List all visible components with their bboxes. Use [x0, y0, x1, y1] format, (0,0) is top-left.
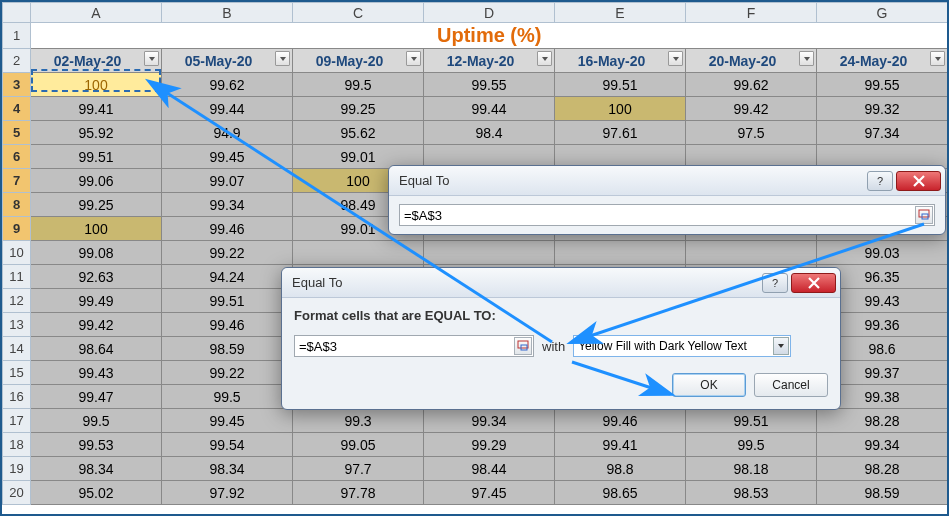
data-cell[interactable]: 99.51 — [31, 145, 162, 169]
date-header-cell[interactable]: 05-May-20 — [162, 49, 293, 73]
row-header[interactable]: 6 — [3, 145, 31, 169]
row-header[interactable]: 10 — [3, 241, 31, 265]
filter-dropdown-icon[interactable] — [275, 51, 290, 66]
row-header[interactable]: 12 — [3, 289, 31, 313]
row-header[interactable]: 17 — [3, 409, 31, 433]
data-cell[interactable]: 99.32 — [817, 97, 948, 121]
close-button[interactable] — [791, 273, 836, 293]
date-header-cell[interactable]: 02-May-20 — [31, 49, 162, 73]
col-header[interactable]: A — [31, 3, 162, 23]
data-cell[interactable]: 99.53 — [31, 433, 162, 457]
row-header[interactable]: 11 — [3, 265, 31, 289]
row-header[interactable]: 20 — [3, 481, 31, 505]
data-cell[interactable]: 99.5 — [31, 409, 162, 433]
col-header[interactable]: E — [555, 3, 686, 23]
data-cell[interactable]: 99.46 — [162, 217, 293, 241]
data-cell[interactable]: 98.53 — [686, 481, 817, 505]
data-cell[interactable]: 97.61 — [555, 121, 686, 145]
data-cell[interactable]: 98.65 — [555, 481, 686, 505]
data-cell[interactable]: 99.25 — [31, 193, 162, 217]
row-header[interactable]: 16 — [3, 385, 31, 409]
data-cell[interactable]: 99.44 — [162, 97, 293, 121]
data-cell[interactable]: 99.34 — [162, 193, 293, 217]
data-cell[interactable]: 95.02 — [31, 481, 162, 505]
data-cell[interactable]: 99.62 — [686, 73, 817, 97]
data-cell[interactable]: 98.59 — [162, 337, 293, 361]
equal-to-value-input[interactable] — [294, 335, 534, 357]
row-header[interactable]: 19 — [3, 457, 31, 481]
data-cell[interactable]: 99.41 — [555, 433, 686, 457]
data-cell[interactable]: 99.51 — [555, 73, 686, 97]
data-cell[interactable]: 99.46 — [162, 313, 293, 337]
data-cell[interactable]: 99.05 — [293, 433, 424, 457]
row-header[interactable]: 3 — [3, 73, 31, 97]
data-cell[interactable]: 98.28 — [817, 409, 948, 433]
data-cell[interactable]: 99.22 — [162, 361, 293, 385]
data-cell[interactable]: 99.22 — [162, 241, 293, 265]
data-cell[interactable]: 99.25 — [293, 97, 424, 121]
data-cell[interactable]: 98.44 — [424, 457, 555, 481]
data-cell[interactable]: 99.29 — [424, 433, 555, 457]
data-cell[interactable]: 100 — [31, 217, 162, 241]
expand-dialog-icon[interactable] — [915, 206, 933, 224]
date-header-cell[interactable]: 12-May-20 — [424, 49, 555, 73]
data-cell[interactable]: 97.45 — [424, 481, 555, 505]
data-cell[interactable]: 98.59 — [817, 481, 948, 505]
format-style-select[interactable] — [573, 335, 791, 357]
data-cell[interactable]: 97.78 — [293, 481, 424, 505]
data-cell[interactable]: 99.51 — [162, 289, 293, 313]
data-cell[interactable]: 99.07 — [162, 169, 293, 193]
cancel-button[interactable]: Cancel — [754, 373, 828, 397]
data-cell[interactable]: 99.45 — [162, 145, 293, 169]
data-cell[interactable]: 99.47 — [31, 385, 162, 409]
row-header[interactable]: 8 — [3, 193, 31, 217]
row-header[interactable]: 2 — [3, 49, 31, 73]
data-cell[interactable]: 99.41 — [31, 97, 162, 121]
date-header-cell[interactable]: 09-May-20 — [293, 49, 424, 73]
data-cell[interactable]: 99.42 — [31, 313, 162, 337]
col-header[interactable]: C — [293, 3, 424, 23]
data-cell[interactable]: 98.28 — [817, 457, 948, 481]
ok-button[interactable]: OK — [672, 373, 746, 397]
data-cell[interactable]: 92.63 — [31, 265, 162, 289]
data-cell[interactable]: 97.92 — [162, 481, 293, 505]
row-header[interactable]: 13 — [3, 313, 31, 337]
col-header[interactable]: F — [686, 3, 817, 23]
filter-dropdown-icon[interactable] — [144, 51, 159, 66]
data-cell[interactable]: 94.9 — [162, 121, 293, 145]
data-cell[interactable] — [424, 241, 555, 265]
data-cell[interactable]: 100 — [555, 97, 686, 121]
filter-dropdown-icon[interactable] — [799, 51, 814, 66]
filter-dropdown-icon[interactable] — [406, 51, 421, 66]
data-cell[interactable]: 99.54 — [162, 433, 293, 457]
data-cell[interactable]: 100 — [31, 73, 162, 97]
data-cell[interactable]: 99.5 — [293, 73, 424, 97]
data-cell[interactable]: 97.5 — [686, 121, 817, 145]
col-header[interactable]: B — [162, 3, 293, 23]
dialog-titlebar[interactable]: Equal To ? — [282, 268, 840, 298]
data-cell[interactable]: 99.42 — [686, 97, 817, 121]
data-cell[interactable]: 99.3 — [293, 409, 424, 433]
row-header[interactable]: 14 — [3, 337, 31, 361]
row-header[interactable]: 1 — [3, 23, 31, 49]
data-cell[interactable]: 99.45 — [162, 409, 293, 433]
row-header[interactable]: 9 — [3, 217, 31, 241]
row-header[interactable]: 7 — [3, 169, 31, 193]
col-header[interactable]: G — [817, 3, 948, 23]
row-header[interactable]: 18 — [3, 433, 31, 457]
row-header[interactable]: 4 — [3, 97, 31, 121]
data-cell[interactable]: 98.34 — [31, 457, 162, 481]
date-header-cell[interactable]: 20-May-20 — [686, 49, 817, 73]
close-button[interactable] — [896, 171, 941, 191]
data-cell[interactable]: 99.55 — [424, 73, 555, 97]
data-cell[interactable]: 99.46 — [555, 409, 686, 433]
data-cell[interactable] — [555, 241, 686, 265]
data-cell[interactable]: 95.92 — [31, 121, 162, 145]
filter-dropdown-icon[interactable] — [668, 51, 683, 66]
data-cell[interactable]: 97.34 — [817, 121, 948, 145]
row-header[interactable]: 5 — [3, 121, 31, 145]
equal-to-reference-input[interactable] — [399, 204, 935, 226]
date-header-cell[interactable]: 16-May-20 — [555, 49, 686, 73]
chevron-down-icon[interactable] — [773, 337, 789, 355]
data-cell[interactable]: 99.5 — [162, 385, 293, 409]
